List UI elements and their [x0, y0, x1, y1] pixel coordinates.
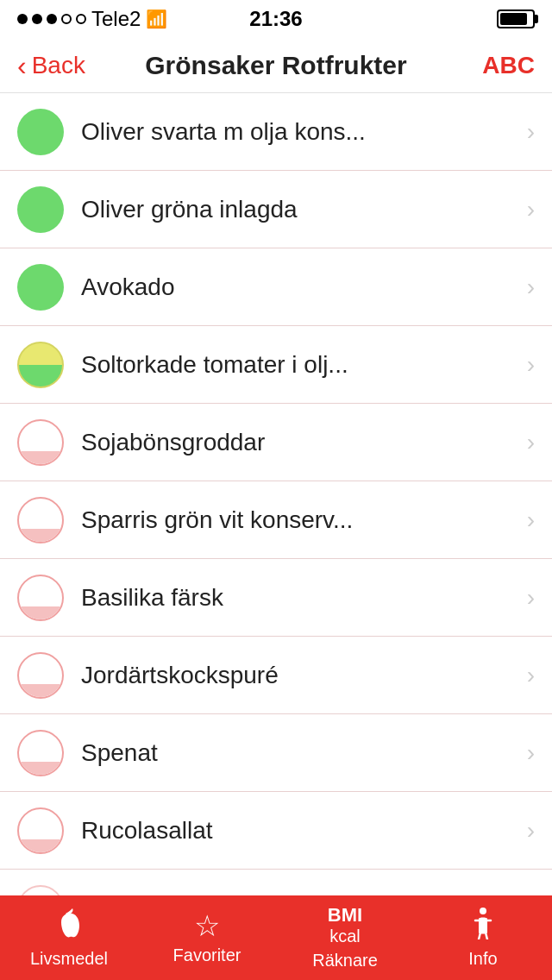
color-indicator: [17, 109, 64, 155]
tab-bar: Livsmedel ☆ Favoriter BMI kcal Räknare: [0, 895, 552, 980]
tab-info[interactable]: Info: [414, 895, 552, 980]
chevron-right-icon: ›: [527, 662, 535, 689]
chevron-right-icon: ›: [527, 506, 535, 534]
battery-icon: [497, 9, 535, 28]
status-bar: Tele2 📶 21:36: [0, 0, 552, 38]
item-name: Oliver svarta m olja kons...: [81, 118, 518, 146]
list-item[interactable]: Basilika färsk ›: [0, 559, 552, 637]
list-item[interactable]: ›: [0, 870, 552, 895]
list-item[interactable]: Sparris grön vit konserv... ›: [0, 481, 552, 559]
battery-fill: [500, 13, 527, 25]
list-item[interactable]: Soltorkade tomater i olj... ›: [0, 326, 552, 404]
signal-dots: [17, 14, 86, 24]
item-name: Spenat: [81, 739, 518, 767]
svg-point-1: [480, 908, 486, 914]
back-button[interactable]: ‹ Back: [17, 52, 85, 79]
item-name: Rucolasallat: [81, 817, 518, 845]
tab-favoriter[interactable]: ☆ Favoriter: [138, 895, 276, 980]
chevron-right-icon: ›: [527, 429, 535, 456]
list-item[interactable]: Oliver gröna inlagda ›: [0, 171, 552, 248]
list-item[interactable]: Jordärtskockspuré ›: [0, 637, 552, 714]
color-indicator: [17, 497, 64, 543]
signal-dot-2: [32, 14, 42, 24]
nav-title: Grönsaker Rotfrukter: [145, 51, 406, 80]
chevron-right-icon: ›: [527, 196, 535, 223]
item-name: Basilika färsk: [81, 584, 518, 612]
tab-livsmedel[interactable]: Livsmedel: [0, 895, 138, 980]
chevron-right-icon: ›: [527, 739, 535, 767]
bmi-icon: BMI kcal: [328, 905, 362, 945]
info-icon: [468, 907, 498, 944]
list-item[interactable]: Avokado ›: [0, 248, 552, 326]
signal-dot-1: [17, 14, 28, 24]
item-name: Sojabönsgroddar: [81, 429, 518, 456]
item-name: Oliver gröna inlagda: [81, 196, 518, 223]
color-indicator: [17, 264, 64, 311]
chevron-right-icon: ›: [527, 351, 535, 379]
signal-dot-3: [47, 14, 57, 24]
item-name: Avokado: [81, 273, 518, 301]
list-item[interactable]: Spenat ›: [0, 714, 552, 792]
color-indicator: [17, 885, 64, 896]
status-left: Tele2 📶: [17, 7, 167, 31]
tab-raknare-label: Räknare: [312, 951, 378, 971]
wifi-icon: 📶: [146, 9, 167, 29]
item-name: Soltorkade tomater i olj...: [81, 351, 518, 379]
back-chevron-icon: ‹: [17, 52, 27, 79]
status-right: [497, 9, 535, 28]
carrier-name: Tele2: [91, 7, 141, 31]
star-icon: ☆: [194, 911, 220, 940]
nav-bar: ‹ Back Grönsaker Rotfrukter ABC: [0, 38, 552, 93]
tab-livsmedel-label: Livsmedel: [30, 949, 108, 969]
chevron-right-icon: ›: [527, 584, 535, 612]
tab-raknare[interactable]: BMI kcal Räknare: [276, 895, 414, 980]
color-indicator: [17, 419, 64, 466]
color-indicator: [17, 186, 64, 233]
status-time: 21:36: [249, 7, 302, 31]
color-indicator: [17, 652, 64, 699]
list-item[interactable]: Oliver svarta m olja kons... ›: [0, 93, 552, 171]
chevron-right-icon: ›: [527, 817, 535, 845]
tab-favoriter-label: Favoriter: [173, 945, 242, 965]
tab-info-label: Info: [468, 949, 497, 969]
color-indicator: [17, 575, 64, 621]
chevron-right-icon: ›: [527, 118, 535, 146]
signal-dot-5: [76, 14, 86, 24]
abc-button[interactable]: ABC: [482, 52, 535, 79]
food-list: Oliver svarta m olja kons... › Oliver gr…: [0, 93, 552, 895]
item-name: Jordärtskockspuré: [81, 662, 518, 689]
chevron-right-icon: ›: [527, 273, 535, 301]
signal-dot-4: [61, 14, 72, 24]
color-indicator: [17, 730, 64, 776]
svg-point-0: [63, 918, 66, 923]
list-item[interactable]: Sojabönsgroddar ›: [0, 404, 552, 481]
color-indicator: [17, 807, 64, 854]
back-label: Back: [32, 52, 85, 79]
item-name: Sparris grön vit konserv...: [81, 506, 518, 534]
color-indicator: [17, 342, 64, 388]
apple-icon: [53, 907, 85, 944]
list-item[interactable]: Rucolasallat ›: [0, 792, 552, 870]
